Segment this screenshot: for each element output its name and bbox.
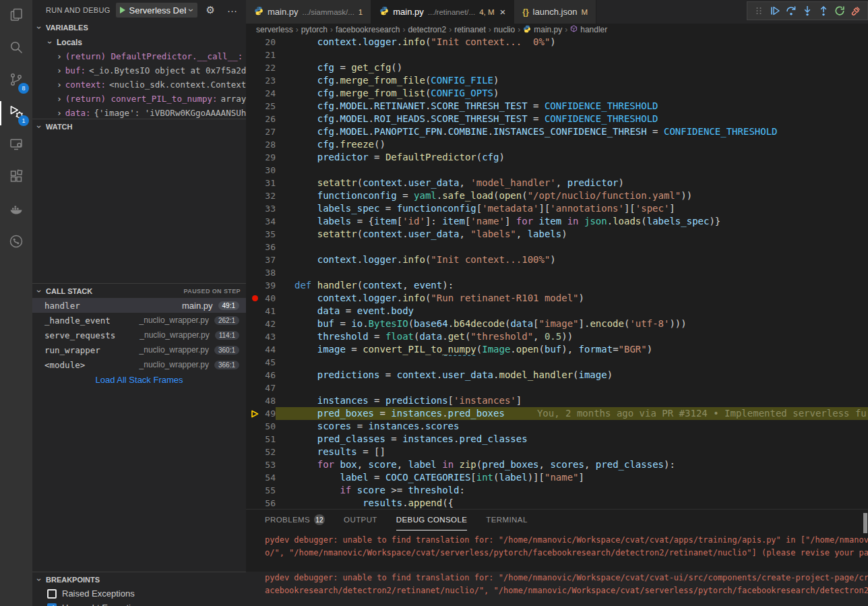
close-icon[interactable]: ×	[500, 6, 506, 18]
code-text[interactable]: results = []	[276, 446, 385, 458]
tab-launch-json[interactable]: {} launch.json M	[514, 0, 596, 24]
breakpoint-option[interactable]: ✓ Uncaught Exceptions	[32, 601, 246, 606]
activity-docker[interactable]	[0, 194, 32, 226]
code-text[interactable]: cfg.MODEL.ROI_HEADS.SCORE_THRESH_TEST = …	[276, 113, 658, 125]
code-line-46: 46 predictions = context.user_data.model…	[246, 369, 868, 382]
code-text[interactable]	[276, 382, 294, 394]
breakpoint-option[interactable]: Raised Exceptions	[32, 586, 246, 601]
activity-search[interactable]	[0, 32, 32, 65]
code-text[interactable]: for box, score, label in zip(pred_boxes,…	[276, 458, 675, 471]
code-text[interactable]: predictions = context.user_data.model_ha…	[276, 369, 613, 382]
code-text[interactable]: if score >= threshold:	[276, 484, 465, 497]
breadcrumb-item-file[interactable]: main.py	[523, 25, 562, 35]
code-text[interactable]: setattr(context.user_data, 'model_handle…	[276, 177, 624, 189]
code-text[interactable]: labels_spec = functionconfig['metadata']…	[276, 202, 675, 215]
code-text[interactable]	[276, 49, 294, 61]
breakpoint-icon[interactable]	[246, 292, 264, 305]
code-editor[interactable]: 20 context.logger.info("Init context... …	[246, 36, 868, 509]
code-text[interactable]: pred_boxes = instances.pred_boxes	[276, 407, 505, 420]
watch-header[interactable]: › WATCH	[32, 119, 246, 133]
code-text[interactable]: results.append({	[276, 497, 454, 509]
code-text[interactable]: cfg.merge_from_file(CONFIG_FILE)	[276, 74, 499, 87]
disconnect-icon[interactable]	[850, 5, 862, 17]
line-number: 25	[264, 100, 276, 113]
code-text[interactable]	[276, 164, 294, 177]
stack-frame[interactable]: serve_requests _nuclio_wrapper.py 114:1	[32, 328, 246, 342]
variable-row[interactable]: › (return) convert_PIL_to_numpy: array([…	[32, 92, 246, 106]
code-text[interactable]: buf = io.BytesIO(base64.b64decode(data["…	[276, 317, 687, 330]
code-text[interactable]: image = convert_PIL_to_numpy(Image.open(…	[276, 343, 652, 356]
code-text[interactable]: instances = predictions['instances']	[276, 394, 522, 407]
more-actions-icon[interactable]: ···	[224, 5, 241, 16]
variables-header[interactable]: › VARIABLES	[32, 20, 246, 35]
variable-row[interactable]: › data: {'image': 'iVBORw0KGgoAAAANSUhE…	[32, 106, 246, 119]
variable-row[interactable]: › buf: <_io.BytesIO object at 0x7f5a2dc1…	[32, 63, 246, 78]
tab-output[interactable]: OUTPUT	[344, 510, 377, 531]
code-text[interactable]: cfg = get_cfg()	[276, 61, 402, 74]
code-text[interactable]	[276, 241, 294, 253]
code-text[interactable]: cfg.merge_from_list(CONFIG_OPTS)	[276, 87, 499, 100]
step-over-icon[interactable]	[785, 5, 797, 17]
code-text[interactable]: context.logger.info("Init context...100%…	[276, 253, 556, 266]
code-text[interactable]: functionconfig = yaml.safe_load(open("/o…	[276, 189, 692, 202]
code-text[interactable]: setattr(context.user_data, "labels", lab…	[276, 228, 567, 241]
debug-console-output[interactable]: pydev debugger: unable to find translati…	[246, 531, 868, 606]
line-number: 32	[264, 189, 276, 202]
scrollbar-thumb[interactable]	[863, 513, 867, 533]
code-text[interactable]: cfg.freeze()	[276, 138, 385, 151]
launch-config-dropdown[interactable]: Serverless Debu ›	[116, 3, 197, 18]
breadcrumb-item-symbol[interactable]: handler	[570, 25, 607, 34]
gear-icon[interactable]: ⚙	[203, 4, 218, 16]
tab-terminal[interactable]: TERMINAL	[486, 510, 527, 531]
breadcrumb-item[interactable]: facebookresearch	[336, 25, 400, 34]
call-stack-header[interactable]: › CALL STACK PAUSED ON STEP	[32, 283, 246, 298]
stack-frame[interactable]: _handle_event _nuclio_wrapper.py 262:1	[32, 313, 246, 328]
breadcrumb-item[interactable]: retinanet	[454, 25, 486, 34]
activity-remote-explorer[interactable]	[0, 129, 32, 162]
code-text[interactable]: label = COCO_CATEGORIES[int(label)]["nam…	[276, 471, 584, 484]
code-text[interactable]: data = event.body	[276, 305, 414, 317]
code-text[interactable]	[276, 356, 294, 369]
activity-source-control[interactable]: 8	[0, 65, 32, 97]
checkbox-unchecked[interactable]	[47, 589, 57, 599]
tab-problems[interactable]: PROBLEMS 12	[265, 510, 325, 531]
code-text[interactable]: def handler(context, event):	[276, 279, 454, 292]
step-into-icon[interactable]	[801, 5, 813, 17]
code-text[interactable]: context.logger.info("Run retinanet-R101 …	[276, 292, 584, 305]
breadcrumb-item[interactable]: nuclio	[494, 25, 515, 34]
code-text[interactable]: cfg.MODEL.PANOPTIC_FPN.COMBINE.INSTANCES…	[276, 125, 778, 138]
activity-git-graph[interactable]	[0, 226, 32, 259]
code-text[interactable]	[276, 266, 294, 279]
load-all-stack-frames-link[interactable]: Load All Stack Frames	[32, 372, 246, 387]
code-text[interactable]: labels = {item['id']: item['name'] for i…	[276, 215, 720, 228]
drag-handle-icon[interactable]	[753, 5, 765, 17]
continue-icon[interactable]	[769, 5, 781, 17]
tab-main-py-siammask[interactable]: main.py .../siammask/... 1	[246, 0, 371, 24]
variable-row[interactable]: › context: <nuclio_sdk.context.Context o…	[32, 78, 246, 92]
breadcrumb-item[interactable]: serverless	[256, 25, 293, 34]
stack-frame[interactable]: run_wrapper _nuclio_wrapper.py 360:1	[32, 342, 246, 357]
breakpoints-header[interactable]: › BREAKPOINTS	[32, 572, 246, 586]
stack-frame[interactable]: handler main.py 49:1	[32, 298, 246, 313]
code-text[interactable]: context.logger.info("Init context... 0%"…	[276, 36, 556, 49]
tab-debug-console[interactable]: DEBUG CONSOLE	[396, 510, 468, 531]
code-text[interactable]: scores = instances.scores	[276, 420, 459, 433]
scope-locals[interactable]: › Locals	[32, 35, 246, 49]
breadcrumb-item[interactable]: pytorch	[301, 25, 328, 34]
code-text[interactable]: predictor = DefaultPredictor(cfg)	[276, 151, 505, 164]
breadcrumb-item[interactable]: detectron2	[408, 25, 446, 34]
activity-explorer[interactable]	[0, 0, 32, 32]
code-text[interactable]: threshold = float(data.get("threshold", …	[276, 330, 573, 343]
restart-icon[interactable]	[834, 5, 846, 17]
step-out-icon[interactable]	[817, 5, 830, 17]
activity-extensions[interactable]	[0, 162, 32, 194]
current-line-arrow-icon[interactable]	[246, 407, 264, 420]
activity-run-and-debug[interactable]: 1	[0, 97, 32, 129]
tab-main-py-retinanet[interactable]: main.py .../retinanet/... 4, M ×	[371, 0, 514, 24]
code-text[interactable]: pred_classes = instances.pred_classes	[276, 433, 528, 446]
variable-row[interactable]: › (return) DefaultPredictor.__call__: {'…	[32, 49, 246, 63]
code-text[interactable]: cfg.MODEL.RETINANET.SCORE_THRESH_TEST = …	[276, 100, 658, 113]
start-debug-icon[interactable]	[120, 7, 125, 13]
checkbox-checked[interactable]: ✓	[47, 603, 57, 606]
stack-frame[interactable]: <module> _nuclio_wrapper.py 366:1	[32, 357, 246, 372]
